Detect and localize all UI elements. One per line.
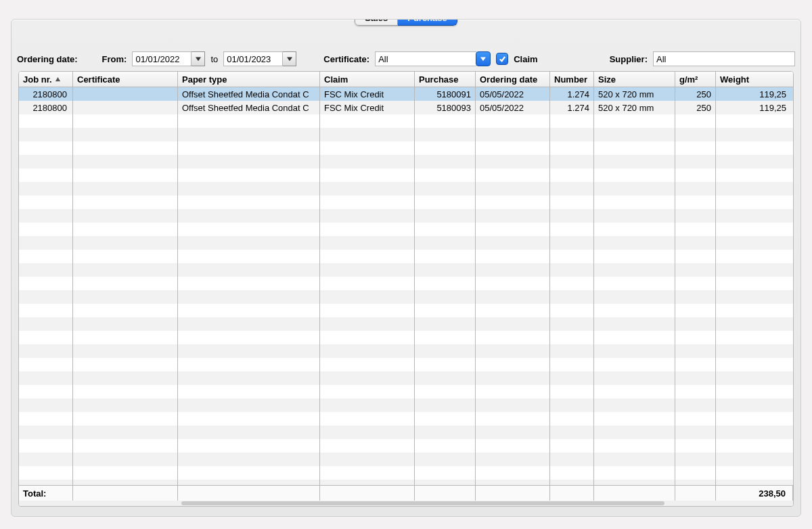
col-job-nr[interactable]: Job nr. [19,72,73,87]
sort-asc-icon [55,76,61,83]
col-label: Job nr. [23,74,52,85]
check-icon [499,55,506,63]
supplier-input[interactable] [653,51,795,66]
svg-marker-1 [287,58,292,62]
cell-cert [73,87,178,101]
col-weight[interactable]: Weight [716,72,793,87]
svg-marker-0 [196,58,201,62]
table-row-empty [19,480,793,485]
from-date-dropdown[interactable] [191,51,205,66]
col-label: Paper type [182,74,227,85]
table-row-empty [19,426,793,439]
to-date-input[interactable] [223,51,283,66]
col-label: Ordering date [480,74,537,85]
cell-date: 05/05/2022 [476,101,550,114]
certificate-dropdown[interactable] [476,51,491,66]
claim-checkbox[interactable] [496,53,508,65]
table-row-empty [19,128,793,141]
claim-label: Claim [514,54,537,64]
certificate-select[interactable] [375,51,476,66]
table-row-empty [19,290,793,304]
cell-size: 520 x 720 mm [594,101,675,114]
col-purchase[interactable]: Purchase [415,72,476,87]
table-row-empty [19,263,793,277]
table-row-empty [19,236,793,250]
chevron-down-icon [480,56,486,62]
results-table: Job nr. Certificate Paper type Claim Pur… [18,71,794,507]
supplier-label: Supplier: [610,54,648,64]
table-row-empty [19,196,793,209]
table-row-empty [19,371,793,385]
tab-purchase[interactable]: Purchase [398,19,457,26]
col-label: Certificate [77,74,120,85]
from-date-input[interactable] [132,51,191,66]
footer-label: Total: [19,486,73,501]
col-label: Size [598,74,616,85]
table-row-empty [19,398,793,412]
cell-claim: FSC Mix Credit [320,87,415,101]
table-row-empty [19,114,793,128]
cell-purchase: 5180093 [415,101,476,114]
cell-gm2: 250 [675,87,716,101]
col-label: Weight [720,74,749,85]
table-row-empty [19,412,793,426]
table-body: 2180800Offset Sheetfed Media Condat CFSC… [19,87,793,485]
col-size[interactable]: Size [594,72,675,87]
col-claim[interactable]: Claim [320,72,415,87]
table-row-empty [19,182,793,196]
table-row-empty [19,141,793,155]
table-row-empty [19,168,793,182]
to-date-dropdown[interactable] [283,51,296,66]
cell-paper: Offset Sheetfed Media Condat C [178,87,320,101]
table-row-empty [19,466,793,480]
table-row-empty [19,304,793,317]
col-label: g/m² [679,74,698,85]
table-row-empty [19,250,793,263]
cell-paper: Offset Sheetfed Media Condat C [178,101,320,114]
from-label: From: [102,54,127,64]
col-paper-type[interactable]: Paper type [178,72,320,87]
svg-marker-2 [480,58,486,62]
table-header: Job nr. Certificate Paper type Claim Pur… [19,72,793,87]
cell-num: 1.274 [550,87,594,101]
table-row-empty [19,358,793,371]
col-certificate[interactable]: Certificate [73,72,178,87]
horizontal-scrollbar[interactable] [19,501,793,506]
col-label: Claim [324,74,348,85]
cell-weight: 119,25 [716,101,793,114]
cell-job: 2180800 [19,101,73,114]
cell-date: 05/05/2022 [476,87,550,101]
col-ordering-date[interactable]: Ordering date [476,72,550,87]
cell-gm2: 250 [675,101,716,114]
cell-purchase: 5180091 [415,87,476,101]
col-label: Purchase [419,74,459,85]
table-row-empty [19,439,793,453]
table-row[interactable]: 2180800Offset Sheetfed Media Condat CFSC… [19,101,793,114]
filter-bar: Ordering date: From: to Certificate: [17,49,795,68]
cell-job: 2180800 [19,87,73,101]
cell-cert [73,101,178,114]
cell-num: 1.274 [550,101,594,114]
scrollbar-thumb[interactable] [181,501,664,505]
col-number[interactable]: Number [550,72,594,87]
table-row-empty [19,385,793,398]
chevron-down-icon [287,56,292,62]
table-row-empty [19,277,793,290]
table-row-empty [19,344,793,358]
table-row-empty [19,453,793,466]
table-row[interactable]: 2180800Offset Sheetfed Media Condat CFSC… [19,87,793,101]
table-row-empty [19,223,793,236]
footer-weight: 238,50 [716,486,793,501]
tab-segment: Sales Purchase [355,19,457,26]
chevron-down-icon [196,56,201,62]
col-gm2[interactable]: g/m² [675,72,716,87]
cell-size: 520 x 720 mm [594,87,675,101]
table-row-empty [19,155,793,168]
table-row-empty [19,209,793,223]
tab-sales[interactable]: Sales [355,19,398,26]
table-row-empty [19,331,793,344]
certificate-label: Certificate: [323,54,369,64]
ordering-date-label: Ordering date: [17,54,78,64]
cell-weight: 119,25 [716,87,793,101]
main-panel: Sales Purchase Ordering date: From: to C… [11,19,801,517]
